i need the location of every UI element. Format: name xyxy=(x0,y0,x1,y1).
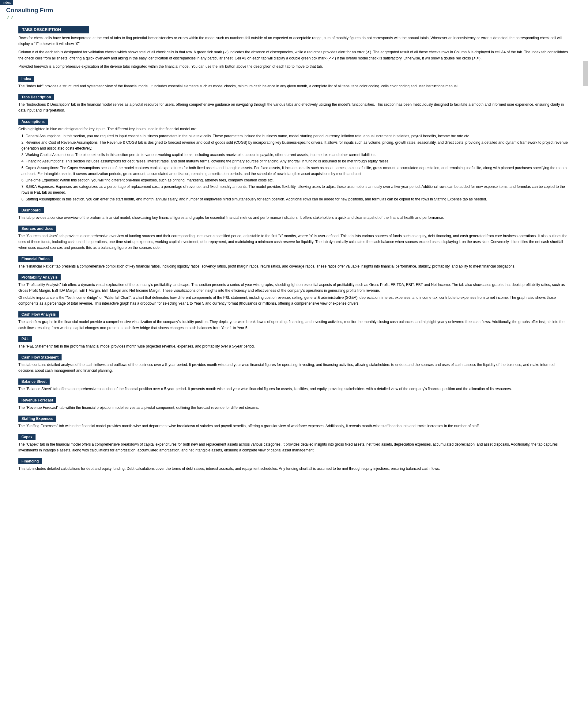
tabs-description-header: TABS DESCRIPTION xyxy=(18,26,89,34)
section-header-6[interactable]: Profitability Analysis xyxy=(18,274,61,281)
index-tab-label: Index xyxy=(2,1,11,4)
section-desc-0: The "Index tab" provides a structured an… xyxy=(18,83,570,89)
section-header-5[interactable]: Financial Ratios xyxy=(18,256,53,262)
checkmarks: ✓✓ xyxy=(0,15,588,23)
section-header-4[interactable]: Sources and Uses xyxy=(18,226,56,232)
section-desc-14: This tab includes detailed calculations … xyxy=(18,466,570,472)
section-financial-ratios: Financial RatiosThe "Financial Ratios" t… xyxy=(18,252,570,269)
assumption-item-2: 3. Working Capital Assumptions: The blue… xyxy=(21,152,570,158)
section-header-1[interactable]: Tabs Description xyxy=(18,94,54,100)
section-sources-and-uses: Sources and UsesThe "Sources and Uses" t… xyxy=(18,222,570,251)
section-profitability-analysis: Profitability AnalysisThe "Profitability… xyxy=(18,271,570,307)
section-desc-6-part-0: The "Profitability Analysis" tab offers … xyxy=(18,282,570,293)
section-desc-13: The "Capex" tab in the financial model o… xyxy=(18,442,570,453)
section-cash-flow-analysis: Cash Flow AnalysisThe cash flow graphs i… xyxy=(18,308,570,331)
assumption-item-1: 2. Revenue and Cost of Revenue Assumptio… xyxy=(21,140,570,151)
section-revenue-forecast: Revenue ForecastThe "Revenue Forecast" t… xyxy=(18,393,570,411)
assumption-item-3: 4. Financing Assumptions: This section i… xyxy=(21,159,570,164)
assumption-item-7: 8. Staffing Assumptions: In this section… xyxy=(21,197,570,202)
intro-paragraph-3: Provided herewith is a comprehensive exp… xyxy=(18,64,570,69)
section-assumptions: AssumptionsCells highlighted in blue are… xyxy=(18,115,570,202)
section-desc-3: This tab provides a concise overview of … xyxy=(18,215,570,221)
section-desc-11: The "Revenue Forecast" tab within the fi… xyxy=(18,405,570,411)
section-desc-6-part-1: Of notable importance is the "Net Income… xyxy=(18,295,570,306)
section-header-7[interactable]: Cash Flow Analysis xyxy=(18,311,59,318)
assumption-item-4: 5. Capex Assumptions: The Capex Assumpti… xyxy=(21,165,570,177)
intro-paragraph-1: Rows for check cells have been incorpora… xyxy=(18,35,570,47)
section-header-14[interactable]: Financing xyxy=(18,458,42,464)
section-header-3[interactable]: Dashboard xyxy=(18,207,44,213)
section-header-11[interactable]: Revenue Forecast xyxy=(18,397,56,403)
section-desc-10: The "Balance Sheet" tab offers a compreh… xyxy=(18,386,570,392)
app-title: Consulting Firm xyxy=(0,5,588,15)
section-header-0[interactable]: Index xyxy=(18,76,34,82)
section-capex: CapexThe "Capex" tab in the financial mo… xyxy=(18,430,570,453)
section-desc-2: Cells highlighted in blue are designated… xyxy=(18,126,570,132)
section-staffing-expenses: Staffing ExpensesThe "Staffing Expenses"… xyxy=(18,412,570,429)
section-header-10[interactable]: Balance Sheet xyxy=(18,379,49,385)
assumption-item-6: 7. S,G&A Expenses: Expenses are categori… xyxy=(21,184,570,196)
section-desc-4: The "Sources and Uses" tab provides a co… xyxy=(18,233,570,251)
section-header-2[interactable]: Assumptions xyxy=(18,119,48,125)
section-financing: FinancingThis tab includes detailed calc… xyxy=(18,454,570,472)
section-tabs-description: Tabs DescriptionThe "Instructions & Desc… xyxy=(18,90,570,114)
section-desc-9: This tab contains detailed analysis of t… xyxy=(18,362,570,373)
section-header-13[interactable]: Capex xyxy=(18,434,36,440)
section-desc-1: The "Instructions & Description" tab in … xyxy=(18,102,570,114)
index-tab[interactable]: Index xyxy=(0,0,13,5)
section-desc-8: The "P&L Statement" tab in the proforma … xyxy=(18,344,570,349)
section-header-9[interactable]: Cash Flow Statement xyxy=(18,354,62,361)
assumption-item-5: 6. One-time Expenses: Within this sectio… xyxy=(21,178,570,183)
section-desc-5: The "Financial Ratios" tab presents a co… xyxy=(18,264,570,269)
section-header-12[interactable]: Staffing Expenses xyxy=(18,415,56,422)
section-balance-sheet: Balance SheetThe "Balance Sheet" tab off… xyxy=(18,375,570,392)
assumption-item-0: 1. General Assumptions: In this section,… xyxy=(21,133,570,139)
section-desc-12: The "Staffing Expenses" tab within the f… xyxy=(18,423,570,429)
section-index: IndexThe "Index tab" provides a structur… xyxy=(18,72,570,89)
intro-paragraph-2: Column A of the each tab is designated f… xyxy=(18,49,570,61)
section-pl: P&LThe "P&L Statement" tab in the profor… xyxy=(18,332,570,349)
section-cash-flow-statement: Cash Flow StatementThis tab contains det… xyxy=(18,351,570,373)
section-desc-7: The cash flow graphs in the financial mo… xyxy=(18,319,570,331)
section-dashboard: DashboardThis tab provides a concise ove… xyxy=(18,204,570,221)
section-header-8[interactable]: P&L xyxy=(18,336,32,342)
